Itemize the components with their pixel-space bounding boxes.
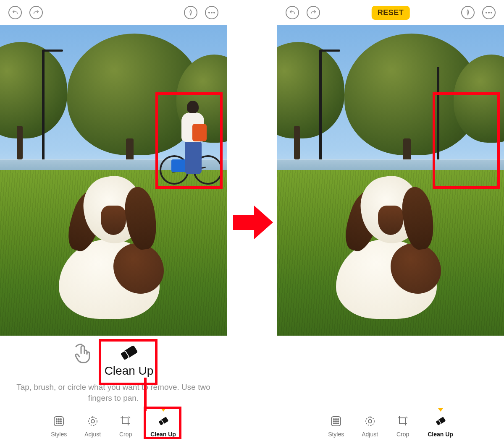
undo-icon — [12, 9, 18, 16]
tab-styles[interactable]: Styles — [328, 414, 344, 438]
more-button[interactable] — [482, 6, 496, 19]
cleanup-hint: Tap, brush, or circle what you want to r… — [0, 382, 227, 403]
markup-button[interactable] — [461, 6, 475, 19]
tab-cleanup[interactable]: Clean Up — [428, 414, 453, 438]
cleanup-title: Clean Up — [105, 364, 154, 378]
adjust-icon — [363, 414, 377, 428]
lamppost — [437, 67, 439, 164]
tap-gesture-icon — [74, 343, 92, 364]
svg-point-16 — [91, 420, 94, 423]
markup-button[interactable] — [184, 6, 197, 19]
lamppost-arm — [319, 50, 340, 52]
crop-icon — [118, 414, 133, 428]
svg-point-28 — [336, 421, 336, 422]
svg-point-1 — [211, 12, 213, 13]
undo-icon — [289, 9, 296, 16]
svg-point-22 — [491, 12, 492, 13]
more-icon — [208, 12, 215, 13]
screenshot-before: Clean Up Tap, brush, or circle what you … — [0, 0, 227, 446]
highlight-connector — [144, 378, 147, 411]
styles-icon — [329, 414, 343, 428]
more-button[interactable] — [205, 6, 218, 19]
tree-trunk — [17, 126, 23, 159]
foreground-dog — [55, 176, 172, 319]
cleanup-panel: Styles Adjust Crop Clean Up — [277, 336, 504, 446]
svg-point-8 — [60, 419, 61, 420]
redo-icon — [33, 9, 39, 16]
svg-point-15 — [89, 417, 97, 425]
eraser-icon — [116, 343, 142, 363]
top-toolbar — [0, 0, 227, 25]
svg-point-9 — [56, 421, 57, 422]
cleanup-panel: Clean Up Tap, brush, or circle what you … — [0, 336, 227, 446]
svg-point-2 — [213, 12, 215, 13]
lamppost-arm — [42, 50, 63, 52]
svg-point-33 — [366, 417, 374, 425]
background-person-bike — [164, 101, 214, 185]
tab-crop[interactable]: Crop — [118, 414, 133, 438]
svg-point-13 — [58, 423, 59, 424]
svg-point-25 — [336, 419, 336, 420]
tab-adjust[interactable]: Adjust — [84, 414, 101, 438]
svg-point-31 — [336, 423, 336, 424]
tab-label: Crop — [396, 431, 409, 438]
styles-icon — [52, 414, 66, 428]
tab-label: Clean Up — [428, 431, 453, 438]
tree-trunk — [294, 126, 300, 159]
svg-point-27 — [333, 421, 334, 422]
photo-canvas-before[interactable] — [0, 25, 227, 336]
svg-point-26 — [338, 419, 339, 420]
markup-icon — [187, 9, 194, 16]
tab-label: Adjust — [362, 431, 378, 438]
svg-point-20 — [486, 12, 487, 13]
lamppost — [319, 50, 322, 168]
eraser-icon — [156, 414, 171, 428]
tab-label: Crop — [119, 431, 132, 438]
photo-canvas-after[interactable] — [277, 25, 504, 336]
svg-point-10 — [58, 421, 59, 422]
foreground-dog — [332, 176, 449, 319]
transition-arrow-icon — [233, 206, 273, 239]
crop-icon — [396, 414, 410, 428]
undo-button[interactable] — [8, 6, 22, 19]
tab-crop[interactable]: Crop — [396, 414, 410, 438]
eraser-icon — [433, 414, 448, 428]
active-tab-caret-icon — [161, 408, 166, 412]
tab-label: Styles — [328, 431, 344, 438]
svg-point-7 — [58, 419, 59, 420]
tab-adjust[interactable]: Adjust — [362, 414, 378, 438]
tab-label: Styles — [51, 431, 67, 438]
svg-point-11 — [60, 421, 61, 422]
redo-icon — [310, 9, 317, 16]
screenshot-after: RESET — [277, 0, 504, 446]
reset-button[interactable]: RESET — [372, 6, 410, 20]
markup-icon — [465, 9, 471, 16]
active-tab-caret-icon — [438, 408, 443, 412]
more-icon — [486, 12, 492, 13]
tab-cleanup[interactable]: Clean Up — [150, 414, 176, 438]
svg-point-0 — [208, 12, 210, 13]
svg-point-24 — [333, 419, 334, 420]
svg-point-32 — [338, 423, 339, 424]
svg-point-14 — [60, 423, 61, 424]
edit-mode-tabbar: Styles Adjust Crop Clean Up — [277, 414, 504, 438]
svg-point-12 — [56, 423, 57, 424]
redo-button[interactable] — [29, 6, 43, 19]
adjust-icon — [86, 414, 100, 428]
svg-point-30 — [333, 423, 334, 424]
lamppost — [42, 50, 45, 168]
svg-point-34 — [368, 420, 372, 423]
cleanup-tool-tile[interactable]: Clean Up — [105, 343, 154, 378]
svg-point-21 — [488, 12, 490, 13]
tab-styles[interactable]: Styles — [51, 414, 67, 438]
tab-label: Adjust — [84, 431, 101, 438]
redo-button[interactable] — [307, 6, 320, 19]
svg-point-29 — [338, 421, 339, 422]
edit-mode-tabbar: Styles Adjust Crop Clean Up — [0, 414, 227, 438]
undo-button[interactable] — [286, 6, 299, 19]
top-toolbar: RESET — [277, 0, 504, 25]
tab-label: Clean Up — [150, 431, 176, 438]
svg-point-6 — [56, 419, 57, 420]
